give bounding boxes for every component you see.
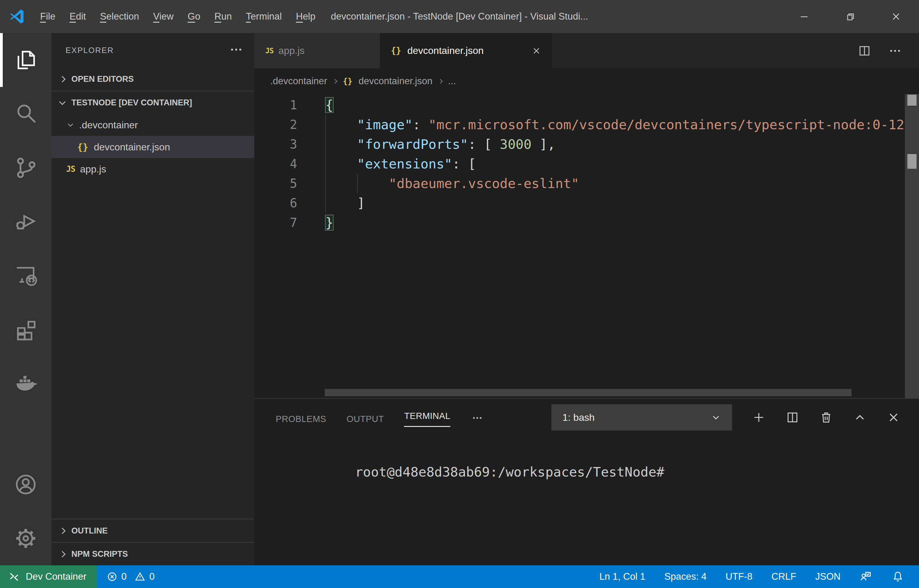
breadcrumb-file[interactable]: devcontainer.json — [359, 76, 432, 87]
activity-docker[interactable] — [0, 357, 52, 410]
close-panel-icon[interactable] — [887, 410, 901, 425]
tree-item-devcontainer-json[interactable]: {} devcontainer.json — [52, 136, 254, 158]
language-mode[interactable]: JSON — [815, 571, 841, 582]
bell-icon[interactable] — [892, 570, 904, 583]
sidebar-section-npm-scripts[interactable]: NPM SCRIPTS — [52, 542, 254, 565]
line-number: 3 — [254, 134, 297, 154]
activity-run-debug[interactable] — [0, 195, 52, 249]
menu-help[interactable]: Help — [289, 7, 323, 26]
explorer-more-actions-button[interactable] — [229, 42, 243, 58]
activity-bar — [0, 33, 52, 565]
close-tab-button[interactable] — [532, 46, 541, 55]
close-icon — [532, 46, 541, 55]
code-line[interactable]: 4 "extensions": [ — [254, 154, 919, 174]
activity-account[interactable] — [0, 457, 52, 511]
menu-view[interactable]: View — [146, 7, 181, 26]
minimize-button[interactable] — [781, 0, 827, 33]
close-icon — [890, 11, 902, 23]
activity-source-control[interactable] — [0, 141, 52, 195]
vertical-scrollbar[interactable] — [905, 94, 919, 398]
more-actions-icon[interactable] — [888, 44, 902, 58]
new-terminal-icon[interactable] — [752, 410, 766, 425]
code-line[interactable]: 1{ — [254, 95, 919, 115]
sidebar-section-open-editors[interactable]: OPEN EDITORS — [52, 67, 254, 90]
sidebar-header: EXPLORER — [52, 33, 254, 67]
workspace-label: TESTNODE [DEV CONTAINER] — [71, 98, 192, 108]
line-text: { — [325, 95, 333, 115]
menu-selection[interactable]: Selection — [93, 7, 146, 26]
horizontal-scrollbar[interactable] — [325, 389, 851, 396]
window-controls — [781, 0, 919, 33]
tab-bar: JS app.js {} devcontainer.json — [254, 33, 919, 68]
status-bar: Dev Container 0 0 Ln 1, Col 1 Spaces: 4 … — [0, 565, 919, 588]
menu-edit[interactable]: Edit — [63, 7, 93, 26]
feedback-icon[interactable] — [859, 570, 872, 583]
code-line[interactable]: 2 "image": "mcr.microsoft.com/vscode/dev… — [254, 115, 919, 134]
panel-more-actions-button[interactable] — [470, 411, 484, 424]
activity-remote-explorer[interactable] — [0, 249, 52, 302]
indent-guide — [325, 134, 326, 154]
js-file-icon: JS — [265, 47, 273, 55]
bug-play-icon — [13, 209, 38, 234]
search-icon — [13, 101, 38, 126]
maximize-panel-icon[interactable] — [853, 410, 867, 425]
chevron-down-icon — [59, 98, 66, 105]
remote-indicator[interactable]: Dev Container — [0, 565, 97, 588]
sidebar-section-workspace[interactable]: TESTNODE [DEV CONTAINER] — [52, 90, 254, 114]
extensions-icon — [13, 317, 38, 342]
encoding-setting[interactable]: UTF-8 — [726, 571, 753, 582]
code-line[interactable]: 3 "forwardPorts": [ 3000 ], — [254, 134, 919, 154]
split-editor-icon[interactable] — [858, 44, 871, 58]
terminal[interactable]: root@d48e8d38ab69:/workspaces/TestNode# — [254, 436, 919, 565]
minimize-icon — [798, 11, 810, 23]
tree-item-app-js[interactable]: JS app.js — [52, 158, 254, 180]
chevron-right-icon — [333, 79, 338, 84]
open-editors-label: OPEN EDITORS — [71, 74, 134, 84]
cursor-position[interactable]: Ln 1, Col 1 — [599, 571, 646, 582]
breadcrumb-folder[interactable]: .devcontainer — [270, 76, 327, 87]
menu-go[interactable]: Go — [181, 7, 207, 26]
sidebar-section-outline[interactable]: OUTLINE — [52, 519, 254, 542]
eol-setting[interactable]: CRLF — [771, 571, 796, 582]
code-line[interactable]: 7} — [254, 213, 919, 233]
chevron-right-icon — [59, 527, 66, 534]
code-line[interactable]: 6 ] — [254, 193, 919, 213]
breadcrumb-symbol[interactable]: ... — [448, 76, 456, 87]
kill-terminal-icon[interactable] — [819, 410, 833, 425]
remote-icon — [8, 570, 20, 583]
line-number: 6 — [254, 193, 297, 213]
line-number: 4 — [254, 154, 297, 174]
gear-icon — [13, 526, 38, 551]
panel-tab-output[interactable]: OUTPUT — [346, 411, 384, 424]
menu-terminal[interactable]: Terminal — [239, 7, 289, 26]
code-line[interactable]: 5 "dbaeumer.vscode-eslint" — [254, 174, 919, 193]
docker-whale-icon — [13, 371, 38, 396]
close-window-button[interactable] — [873, 0, 919, 33]
error-icon — [107, 571, 118, 582]
activity-explorer[interactable] — [0, 33, 52, 87]
panel-tab-problems[interactable]: PROBLEMS — [276, 411, 326, 424]
tab-app-js[interactable]: JS app.js — [254, 33, 380, 68]
editor-actions — [858, 33, 919, 68]
problems-indicator[interactable]: 0 0 — [107, 571, 155, 582]
terminal-shell-selector[interactable]: 1: bash — [551, 404, 732, 431]
warning-icon — [134, 571, 145, 582]
activity-settings[interactable] — [0, 511, 52, 565]
activity-extensions[interactable] — [0, 302, 52, 357]
tab-devcontainer-json[interactable]: {} devcontainer.json — [380, 33, 552, 68]
menu-run[interactable]: Run — [207, 7, 239, 26]
sidebar-explorer: EXPLORER OPEN EDITORS TESTNODE [DEV CONT… — [52, 33, 254, 565]
menu-file[interactable]: File — [33, 7, 63, 26]
tree-item-devcontainer-folder[interactable]: .devcontainer — [52, 114, 254, 136]
menubar: FileEditSelectionViewGoRunTerminalHelp — [33, 7, 323, 26]
panel-tab-terminal[interactable]: TERMINAL — [404, 408, 450, 427]
indent-guide — [357, 174, 358, 193]
line-text: "image": "mcr.microsoft.com/vscode/devco… — [325, 115, 904, 134]
chevron-right-icon — [59, 76, 66, 82]
restore-button[interactable] — [827, 0, 873, 33]
indentation-setting[interactable]: Spaces: 4 — [664, 571, 707, 582]
split-terminal-icon[interactable] — [785, 410, 799, 425]
editor[interactable]: 1{2 "image": "mcr.microsoft.com/vscode/d… — [254, 94, 919, 398]
activity-search[interactable] — [0, 87, 52, 141]
chevron-down-icon — [68, 121, 73, 127]
